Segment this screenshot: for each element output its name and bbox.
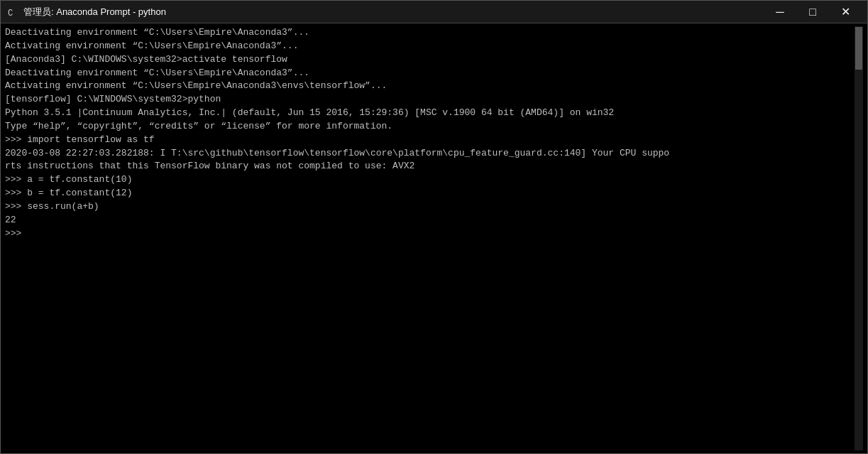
maximize-button[interactable]: □ xyxy=(796,1,829,23)
close-button[interactable]: ✕ xyxy=(829,1,862,23)
terminal-line: [tensorflow] C:\WINDOWS\system32>python xyxy=(5,93,855,107)
terminal-line: [Anaconda3] C:\WINDOWS\system32>activate… xyxy=(5,53,855,67)
terminal-icon: C xyxy=(6,6,18,18)
window-controls: ─ □ ✕ xyxy=(764,1,862,23)
terminal-output: Deactivating environment “C:\Users\Empir… xyxy=(5,26,855,450)
terminal-line: Type “help”, “copyright”, “credits” or “… xyxy=(5,120,855,134)
terminal-line: >>> sess.run(a+b) xyxy=(5,200,855,214)
terminal-line: Activating environment “C:\Users\Empire\… xyxy=(5,40,855,53)
terminal-line: >>> import tensorflow as tf xyxy=(5,134,855,147)
terminal-line: Python 3.5.1 |Continuum Analytics, Inc.|… xyxy=(5,107,855,120)
minimize-button[interactable]: ─ xyxy=(764,1,796,23)
terminal-body[interactable]: Deactivating environment “C:\Users\Empir… xyxy=(1,23,867,453)
anaconda-prompt-window: C 管理员: Anaconda Prompt - python ─ □ ✕ De… xyxy=(0,0,868,454)
scrollbar[interactable] xyxy=(855,26,863,450)
terminal-line: Deactivating environment “C:\Users\Empir… xyxy=(5,67,855,80)
title-bar-left: C 管理员: Anaconda Prompt - python xyxy=(6,6,166,18)
terminal-line: >>> xyxy=(5,227,855,241)
terminal-line: rts instructions that this TensorFlow bi… xyxy=(5,160,855,173)
terminal-line: Activating environment “C:\Users\Empire\… xyxy=(5,80,855,93)
terminal-line: 22 xyxy=(5,214,855,227)
terminal-line: Deactivating environment “C:\Users\Empir… xyxy=(5,26,855,40)
terminal-line: >>> a = tf.constant(10) xyxy=(5,173,855,187)
window-title: 管理员: Anaconda Prompt - python xyxy=(23,6,166,18)
terminal-line: 2020-03-08 22:27:03.282188: I T:\src\git… xyxy=(5,147,855,161)
scrollbar-thumb[interactable] xyxy=(855,27,862,70)
terminal-line: >>> b = tf.constant(12) xyxy=(5,187,855,200)
title-bar: C 管理员: Anaconda Prompt - python ─ □ ✕ xyxy=(1,1,867,23)
svg-text:C: C xyxy=(8,9,13,18)
